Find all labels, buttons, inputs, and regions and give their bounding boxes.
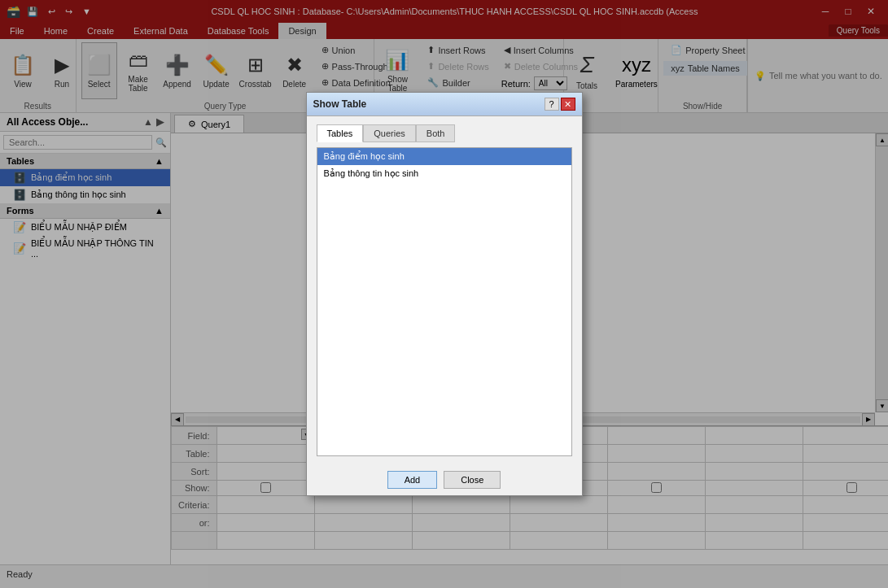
modal-body: Tables Queries Both Bảng điểm học sinh B…	[307, 116, 582, 464]
close-dialog-btn[interactable]: Close	[444, 471, 501, 489]
modal-x-btn[interactable]: ✕	[561, 98, 575, 111]
modal-list[interactable]: Bảng điểm học sinh Bảng thông tin học si…	[317, 147, 572, 456]
modal-overlay: Show Table ? ✕ Tables Queries Both Bảng …	[0, 0, 888, 582]
modal-help-btn[interactable]: ?	[545, 98, 559, 111]
show-table-dialog: Show Table ? ✕ Tables Queries Both Bảng …	[306, 92, 583, 496]
modal-tab-tables[interactable]: Tables	[317, 124, 364, 142]
modal-controls: ? ✕	[545, 98, 575, 111]
modal-tab-queries[interactable]: Queries	[363, 124, 416, 142]
modal-title: Show Table	[313, 98, 367, 110]
modal-list-item-1[interactable]: Bảng điểm học sinh	[317, 148, 571, 165]
modal-footer: Add Close	[307, 464, 582, 495]
modal-tabs: Tables Queries Both	[317, 124, 572, 142]
modal-titlebar: Show Table ? ✕	[307, 93, 582, 116]
modal-list-item-2[interactable]: Bảng thông tin học sinh	[317, 165, 571, 182]
add-btn[interactable]: Add	[387, 471, 438, 489]
modal-tab-both[interactable]: Both	[416, 124, 456, 142]
